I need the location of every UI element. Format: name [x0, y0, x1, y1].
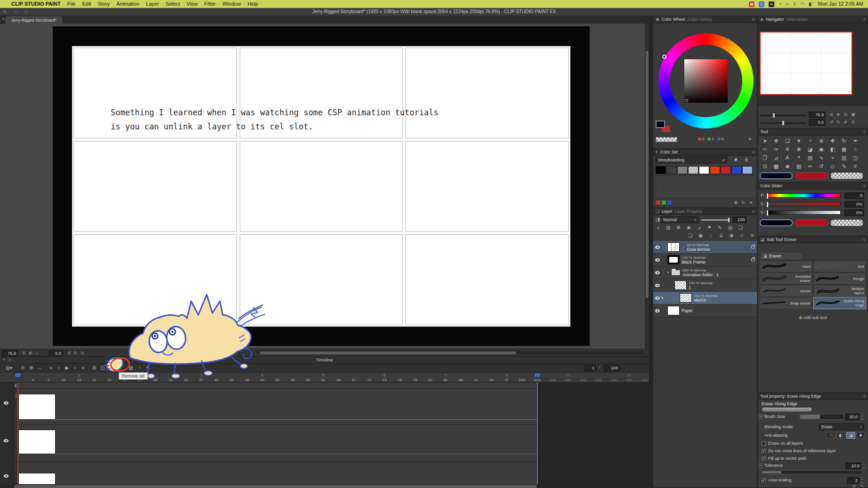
line-correction-tool[interactable]: ∿ [816, 153, 827, 162]
transparent-color-bar[interactable] [830, 172, 863, 179]
color-swatch[interactable] [656, 166, 666, 174]
register-settings-icon[interactable]: ✎ [859, 483, 865, 488]
menu-edit[interactable]: Edit [82, 0, 91, 8]
play-icon[interactable]: ▶ [63, 365, 71, 371]
eyedropper-tool[interactable]: ◔ [804, 136, 816, 145]
folder-collapse-icon[interactable]: ▾ [667, 271, 669, 274]
brush-size-stepper[interactable]: ▴▾ [860, 414, 864, 420]
selection-tool[interactable]: ❏ [782, 136, 793, 145]
headphones-icon[interactable]: ∩ [786, 1, 789, 7]
sub-tool-group-tab[interactable]: ◪ Eraser [760, 252, 803, 260]
panel-menu-icon[interactable]: ≡ [752, 150, 754, 154]
visibility-eye-icon[interactable] [655, 284, 660, 287]
color-swatch[interactable] [721, 166, 731, 174]
actual-size-icon[interactable]: ▣ [850, 112, 856, 117]
total-frames-box[interactable]: 103 [604, 365, 620, 371]
input-source-icon[interactable]: A [769, 1, 774, 7]
sub-view-icon[interactable]: ⊡ [759, 162, 771, 170]
window-controls[interactable]: ✕ ─ □ [3, 8, 31, 16]
fit-to-screen-icon[interactable]: ↔ [34, 350, 40, 356]
new-layer-icon[interactable]: ❏ [687, 233, 694, 238]
display-grid-icon[interactable]: ◫ [759, 1, 764, 7]
vector-icon[interactable]: ✂ [804, 162, 816, 170]
mask-icon[interactable]: ◙ [685, 225, 692, 230]
zoom-value-box[interactable]: 76.8 [2, 350, 18, 357]
timeline-tracks[interactable] [0, 383, 649, 485]
opacity-slider-handle[interactable] [728, 218, 730, 222]
expander-icon[interactable]: ▾ [656, 150, 658, 154]
screen-time-icon[interactable]: ◔ [779, 1, 781, 7]
flip-horizontal-icon[interactable]: ⇄ [843, 119, 849, 125]
panel-menu-icon[interactable]: ≡ [863, 237, 866, 242]
rotate-right-icon[interactable]: ↻ [835, 119, 841, 125]
layer-row-paper[interactable]: Paper [653, 304, 757, 317]
blending-mode-select[interactable]: Erase ▾ [819, 424, 864, 430]
reset-rotation-icon[interactable]: ⊙ [79, 350, 85, 356]
reference-layer-icon[interactable]: ⚑ [706, 225, 713, 230]
current-frame-box[interactable]: 1 [584, 365, 596, 371]
zoom-in-icon[interactable]: ⊕ [835, 112, 841, 117]
previous-frame-icon[interactable]: ‹ [55, 365, 63, 371]
zoom-in-icon[interactable]: ⊕ [27, 350, 33, 356]
color-swatch[interactable] [666, 166, 677, 174]
visibility-eye-icon[interactable] [655, 246, 660, 249]
slider-handle[interactable] [767, 202, 768, 207]
close-panel-icon[interactable]: ✕ [2, 357, 6, 363]
frame-border-tool[interactable]: ❒ [759, 153, 771, 162]
menu-file[interactable]: File [67, 0, 76, 8]
move-layer-tool[interactable]: ✥ [771, 136, 782, 145]
layer-row-animation-folder-1[interactable]: ▾100 % NormalAnimation folder : 1 [653, 266, 757, 279]
layer-row-1[interactable]: 100 % Normal1 [653, 279, 757, 292]
delete-color-icon[interactable]: ✕ [747, 200, 754, 205]
rotate-left-icon[interactable]: ↺ [828, 119, 835, 125]
tolerance-stepper[interactable]: ▴▾ [862, 463, 866, 469]
track2-visibility-icon[interactable] [4, 439, 8, 442]
cel-thumbnail-3[interactable] [18, 473, 56, 485]
layer-mask-icon[interactable]: ◙ [728, 233, 735, 238]
layer-thumbnail[interactable] [680, 293, 692, 303]
mini-swatch-green[interactable] [662, 200, 666, 205]
liquify-tool[interactable]: ≈ [827, 153, 838, 162]
subtool-rough[interactable]: Rough [813, 272, 866, 285]
go-to-end-icon[interactable]: » [79, 365, 87, 371]
area-scaling-value-box[interactable]: 2 [847, 477, 860, 484]
layer-thumbnail[interactable] [667, 306, 680, 315]
blend-mode-select[interactable]: Normal ▾ [661, 216, 698, 223]
checkbox-fill-up-to-vector-path[interactable] [762, 456, 766, 461]
story-editor-tool[interactable]: ▤ [804, 153, 816, 162]
opacity-value-box[interactable]: 100 [732, 216, 746, 223]
history-icon[interactable]: ↺ [816, 162, 827, 170]
subtool-multiple-layers[interactable]: Multiple layers [813, 285, 866, 297]
menu-story[interactable]: Story [97, 0, 110, 8]
panel-menu-icon[interactable]: ≡ [863, 184, 866, 188]
airbrush-tool[interactable]: ✵ [782, 145, 793, 153]
main-color-swatch[interactable] [656, 120, 665, 128]
merge-down-icon[interactable]: ⇊ [718, 233, 725, 238]
checkbox-erase-on-all-layers[interactable] [762, 441, 766, 446]
subtool-soft[interactable]: Soft [813, 260, 866, 272]
main-color-bar[interactable] [760, 172, 793, 179]
pencil-tool[interactable]: ✏ [759, 145, 771, 153]
clipping-icon[interactable]: ◑ [654, 225, 661, 230]
color-mixer-icon[interactable]: ◈ [748, 136, 752, 141]
canvas-vscroll-thumb[interactable] [646, 51, 649, 298]
color-swatch[interactable] [699, 166, 709, 174]
slider-value-h[interactable]: 0 [844, 192, 864, 199]
new-color-set-icon[interactable]: ⊕ [743, 157, 750, 162]
aa-weak-button[interactable]: ◧ [836, 432, 845, 439]
fit-timeline-icon[interactable]: ↔ [36, 365, 43, 371]
area-scaling-checkbox[interactable] [762, 478, 766, 482]
timeline-hscrollbar[interactable] [0, 485, 649, 488]
ruler-icon[interactable]: ⊿ [696, 225, 703, 230]
hand-tool[interactable]: ❖ [827, 136, 838, 145]
navigator-zoom-box[interactable]: 76.8 [809, 112, 826, 118]
menubar-clock[interactable]: Mon Jan 12 2:05 AM [818, 0, 863, 8]
color-set-select[interactable]: Storyboarding ▴▾ [656, 157, 727, 163]
hue-marker[interactable] [662, 55, 666, 59]
navigator-zoom-slider[interactable] [761, 115, 806, 116]
blend-tool[interactable]: ◉ [816, 145, 827, 153]
tab-color-wheel[interactable]: Color Wheel [662, 17, 685, 22]
visibility-eye-icon[interactable] [655, 258, 660, 262]
transparent-color-bar[interactable] [830, 219, 863, 226]
aa-middle-button[interactable]: ◪ [846, 432, 855, 439]
